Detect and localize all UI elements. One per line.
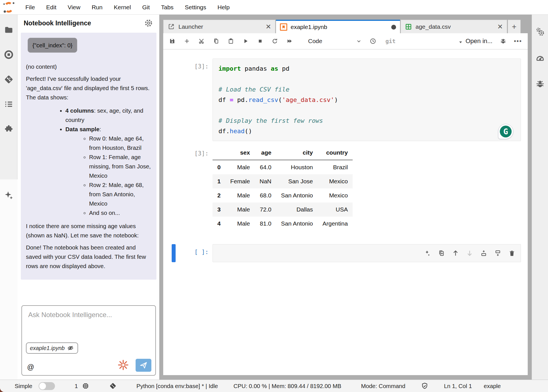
- kernel-count[interactable]: 1: [75, 383, 78, 389]
- bug-icon[interactable]: [500, 38, 507, 44]
- mention-at-symbol[interactable]: @: [27, 363, 34, 371]
- notebook-intelligence-sparkles-icon[interactable]: [4, 190, 14, 200]
- move-cell-up-icon[interactable]: [452, 250, 459, 257]
- chat-sub-bullet-list: Row 0: Male, age 64, from Houston, Brazi…: [65, 134, 153, 217]
- restart-kernel-icon[interactable]: [271, 38, 278, 44]
- menu-file[interactable]: File: [20, 4, 41, 10]
- editor-mode[interactable]: Mode: Command: [361, 383, 405, 389]
- resource-usage: CPU: 0.00 % | Mem: 809.44 / 8192.00 MB: [233, 383, 341, 389]
- copy-icon[interactable]: [213, 38, 220, 44]
- history-clock-icon[interactable]: [370, 38, 376, 44]
- table-cell: 81.0: [255, 217, 276, 231]
- git-icon[interactable]: [4, 74, 14, 84]
- empty-cell[interactable]: [ ]:: [163, 244, 528, 262]
- grammarly-badge-icon[interactable]: G: [498, 124, 513, 139]
- code-cell-editor[interactable]: import pandas as pd # Load the CSV filed…: [213, 59, 521, 141]
- stop-icon[interactable]: [257, 38, 264, 44]
- active-cell-indicator: [172, 244, 176, 262]
- new-tab-button[interactable]: +: [508, 20, 521, 33]
- send-button[interactable]: [136, 359, 151, 372]
- run-all-icon[interactable]: [286, 38, 293, 44]
- table-row: 4Male81.0San AntonioArgentina: [213, 217, 353, 231]
- close-icon[interactable]: ✕: [492, 23, 503, 31]
- dashboard-gauge-icon[interactable]: [535, 53, 545, 63]
- menu-edit[interactable]: Edit: [41, 4, 62, 10]
- code-cell[interactable]: [3]: import pandas as pd # Load the CSV …: [163, 59, 528, 141]
- cpu-chip-icon[interactable]: [82, 382, 89, 390]
- open-in-label: Open in...: [466, 37, 492, 45]
- cut-icon[interactable]: [198, 38, 205, 44]
- chat-intro: Perfect! I've successfully loaded your '…: [26, 74, 151, 102]
- starburst-icon[interactable]: [117, 359, 129, 371]
- chat-bullet-columns: 4 columns: sex, age, city, and country: [65, 106, 153, 124]
- output-area: [3]: sexagecitycountry 0Male64.0HoustonB…: [163, 146, 528, 231]
- move-cell-down-icon[interactable]: [466, 250, 473, 257]
- chat-input-box[interactable]: Ask Notebook Intelligence... exaple1.ipy…: [21, 305, 156, 376]
- debugger-bug-icon[interactable]: [535, 79, 545, 88]
- save-icon[interactable]: [169, 38, 176, 44]
- running-kernels-icon[interactable]: [4, 50, 14, 60]
- table-cell: Male: [226, 188, 255, 202]
- table-cell: 64.0: [255, 160, 276, 174]
- close-icon[interactable]: ✕: [260, 23, 271, 31]
- kernel-status[interactable]: Python [conda env:base] * | Idle: [136, 383, 218, 389]
- menu-help[interactable]: Help: [212, 4, 235, 10]
- shield-check-icon[interactable]: [421, 382, 428, 390]
- extensions-icon[interactable]: [4, 124, 14, 134]
- menu-view[interactable]: View: [62, 4, 86, 10]
- tab-launcher[interactable]: Launcher ✕: [163, 20, 275, 33]
- cell-type-dropdown[interactable]: Code: [308, 38, 322, 44]
- left-activity-bar: [0, 15, 17, 380]
- cursor-position[interactable]: Ln 1, Col 1: [444, 383, 472, 389]
- menu-tabs[interactable]: Tabs: [155, 4, 179, 10]
- chat-no-content: (no content): [26, 62, 151, 71]
- ai-sparkle-icon[interactable]: [424, 250, 431, 257]
- row-index-cell: 1: [213, 174, 226, 188]
- code-lines: import pandas as pd # Load the CSV filed…: [218, 63, 521, 136]
- file-browser-icon[interactable]: [4, 25, 14, 35]
- unsaved-changes-dot[interactable]: [391, 25, 396, 30]
- menu-run[interactable]: Run: [86, 4, 108, 10]
- chat-notice: I notice there are some missing age valu…: [26, 221, 151, 240]
- menu-settings[interactable]: Settings: [179, 4, 212, 10]
- menu-git[interactable]: Git: [136, 4, 155, 10]
- empty-cell-editor[interactable]: [213, 244, 521, 262]
- chat-header: Notebook Intelligence: [17, 15, 159, 32]
- chevron-down-icon[interactable]: [356, 38, 362, 44]
- more-icon[interactable]: •••: [514, 37, 522, 45]
- table-row: 2Male68.0San AntonioMexico: [213, 188, 353, 202]
- property-inspector-gears-icon[interactable]: [535, 27, 545, 37]
- insert-cell-below-icon[interactable]: [494, 250, 501, 257]
- table-cell: 72.0: [255, 202, 276, 217]
- menu-items: FileEditViewRunKernelGitTabsSettingsHelp: [20, 4, 235, 11]
- open-in-dropdown[interactable]: Open in...: [458, 37, 492, 45]
- simple-mode-label: Simple: [15, 383, 32, 389]
- insert-cell-icon[interactable]: [184, 38, 190, 44]
- app-logo-icon: [3, 2, 15, 13]
- tab-age-data-csv[interactable]: age_data.csv ✕: [401, 20, 507, 33]
- tab-exaple1-ipynb[interactable]: exaple1.ipynb: [276, 20, 400, 33]
- status-bar: Simple 1 Python [conda env:base] * | Idl…: [0, 380, 548, 392]
- row-index-cell: 0: [213, 160, 226, 174]
- simple-mode-toggle[interactable]: [39, 382, 55, 390]
- run-icon[interactable]: [242, 38, 249, 44]
- chat-sub-bullet: And so on...: [89, 208, 153, 217]
- insert-cell-above-icon[interactable]: [480, 250, 487, 257]
- notebook-intelligence-panel: Notebook Intelligence {"cell_index": 0} …: [17, 15, 159, 380]
- context-file-chip[interactable]: exaple1.ipynb: [26, 342, 78, 354]
- active-file-name: exaple1.ipynb: [484, 383, 501, 389]
- git-status-icon[interactable]: [109, 382, 117, 390]
- git-toolbar-label: git: [385, 38, 395, 44]
- menu-kernel[interactable]: Kernel: [108, 4, 137, 10]
- chat-bullet-list: 4 columns: sex, age, city, and country D…: [24, 106, 153, 217]
- chat-input-placeholder: Ask Notebook Intelligence...: [28, 311, 112, 319]
- duplicate-cell-icon[interactable]: [438, 250, 445, 257]
- delete-cell-icon[interactable]: [508, 250, 516, 257]
- eye-slash-icon[interactable]: [67, 344, 74, 352]
- main-dock-panel: Launcher ✕ exaple1.ipynb age_data.csv ✕: [159, 15, 532, 380]
- paste-icon[interactable]: [227, 38, 234, 44]
- context-file-name: exaple1.ipynb: [30, 345, 65, 351]
- gear-icon[interactable]: [144, 19, 153, 28]
- code-line: # Load the CSV file: [218, 84, 521, 95]
- table-of-contents-icon[interactable]: [4, 99, 14, 109]
